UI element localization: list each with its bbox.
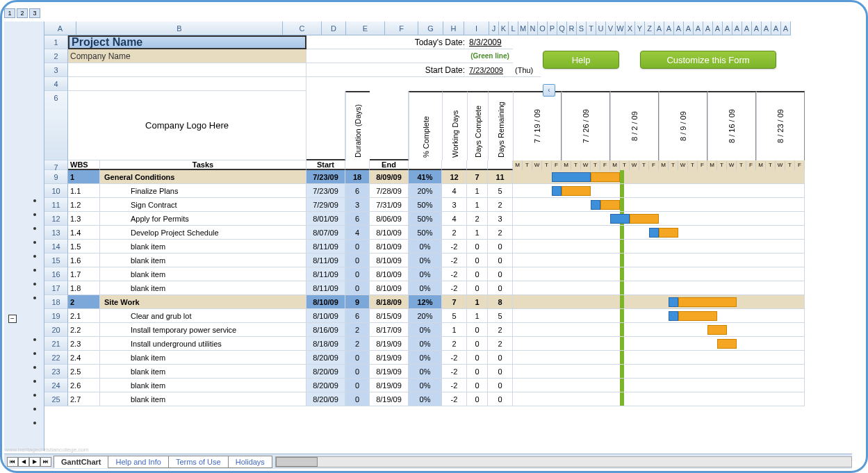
start-cell[interactable]: 8/11/09 bbox=[306, 254, 345, 267]
pct-cell[interactable]: 0% bbox=[409, 240, 442, 254]
dr-cell[interactable]: 5 bbox=[488, 184, 513, 198]
dur-cell[interactable]: 2 bbox=[345, 337, 370, 351]
dr-cell[interactable]: 2 bbox=[488, 198, 513, 212]
end-cell[interactable]: 8/18/09 bbox=[370, 295, 409, 309]
col-header-F[interactable]: F bbox=[385, 22, 418, 35]
end-cell[interactable]: 8/10/09 bbox=[370, 267, 409, 281]
tab-help-info[interactable]: Help and Info bbox=[108, 456, 168, 468]
wbs-cell[interactable]: 2.4 bbox=[68, 351, 100, 365]
start-cell[interactable]: 8/11/09 bbox=[306, 267, 345, 281]
dur-cell[interactable]: 9 bbox=[345, 295, 370, 309]
wbs-cell[interactable]: 2.6 bbox=[68, 379, 100, 392]
pct-cell[interactable]: 12% bbox=[409, 295, 442, 309]
start-date-label[interactable]: Start Date: bbox=[409, 63, 467, 77]
row-header-25[interactable]: 25 bbox=[44, 392, 68, 406]
dc-cell[interactable]: 7 bbox=[467, 170, 488, 184]
end-cell[interactable]: 8/06/09 bbox=[370, 212, 409, 226]
col-header-A[interactable]: A bbox=[723, 22, 732, 35]
today-date-value[interactable]: 8/3/2009 bbox=[467, 35, 513, 49]
end-cell[interactable]: 8/10/09 bbox=[370, 254, 409, 267]
wd-cell[interactable]: -2 bbox=[442, 365, 467, 379]
dr-cell[interactable]: 3 bbox=[488, 212, 513, 226]
end-cell[interactable]: 8/10/09 bbox=[370, 281, 409, 295]
col-header-X[interactable]: X bbox=[625, 22, 635, 35]
dc-cell[interactable]: 0 bbox=[467, 379, 488, 392]
dur-cell[interactable]: 0 bbox=[345, 267, 370, 281]
dr-cell[interactable]: 2 bbox=[488, 337, 513, 351]
col-header-A[interactable]: A bbox=[694, 22, 703, 35]
task-name-cell[interactable]: blank item bbox=[100, 240, 306, 254]
col-header-A[interactable]: A bbox=[732, 22, 742, 35]
start-cell[interactable]: 8/18/09 bbox=[306, 337, 345, 351]
pct-cell[interactable]: 0% bbox=[409, 351, 442, 365]
wd-cell[interactable]: 7 bbox=[442, 295, 467, 309]
col-header-S[interactable]: S bbox=[577, 22, 587, 35]
tab-terms[interactable]: Terms of Use bbox=[168, 456, 229, 468]
task-name-cell[interactable]: Develop Project Schedule bbox=[100, 226, 306, 240]
pct-cell[interactable]: 0% bbox=[409, 267, 442, 281]
tab-first-button[interactable]: ⏮ bbox=[7, 457, 18, 467]
col-header-A[interactable]: A bbox=[674, 22, 684, 35]
dr-cell[interactable]: 2 bbox=[488, 226, 513, 240]
col-header-O[interactable]: O bbox=[538, 22, 548, 35]
task-name-cell[interactable]: Finalize Plans bbox=[100, 184, 306, 198]
col-header-Q[interactable]: Q bbox=[557, 22, 567, 35]
wbs-cell[interactable]: 1.3 bbox=[68, 212, 100, 226]
wd-cell[interactable]: 1 bbox=[442, 323, 467, 337]
gantt-cell[interactable] bbox=[513, 240, 805, 254]
dur-cell[interactable]: 0 bbox=[345, 240, 370, 254]
col-header-J[interactable]: J bbox=[489, 22, 499, 35]
dr-cell[interactable]: 0 bbox=[488, 254, 513, 267]
wd-cell[interactable]: -2 bbox=[442, 281, 467, 295]
row-header-10[interactable]: 10 bbox=[44, 184, 68, 198]
task-name-cell[interactable]: blank item bbox=[100, 281, 306, 295]
dc-cell[interactable]: 0 bbox=[467, 281, 488, 295]
tab-ganttchart[interactable]: GanttChart bbox=[54, 456, 108, 468]
col-header-H[interactable]: H bbox=[443, 22, 464, 35]
start-cell[interactable]: 8/16/09 bbox=[306, 323, 345, 337]
end-cell[interactable]: 7/28/09 bbox=[370, 184, 409, 198]
start-date-value[interactable]: 7/23/2009 bbox=[467, 63, 513, 77]
pct-cell[interactable]: 0% bbox=[409, 337, 442, 351]
wd-cell[interactable]: -2 bbox=[442, 379, 467, 392]
end-cell[interactable]: 8/17/09 bbox=[370, 323, 409, 337]
start-cell[interactable]: 8/01/09 bbox=[306, 212, 345, 226]
pct-cell[interactable]: 0% bbox=[409, 254, 442, 267]
row-header-3[interactable]: 3 bbox=[44, 63, 68, 77]
col-header-D[interactable]: D bbox=[322, 22, 346, 35]
start-cell[interactable]: 7/23/09 bbox=[306, 184, 345, 198]
wd-cell[interactable]: 4 bbox=[442, 184, 467, 198]
end-cell[interactable]: 8/19/09 bbox=[370, 379, 409, 392]
dc-cell[interactable]: 0 bbox=[467, 365, 488, 379]
dur-cell[interactable]: 18 bbox=[345, 170, 370, 184]
wbs-cell[interactable]: 1 bbox=[68, 170, 100, 184]
gantt-cell[interactable] bbox=[513, 323, 805, 337]
wbs-cell[interactable]: 1.6 bbox=[68, 254, 100, 267]
dr-cell[interactable]: 0 bbox=[488, 365, 513, 379]
dc-cell[interactable]: 1 bbox=[467, 226, 488, 240]
wbs-cell[interactable]: 2.5 bbox=[68, 365, 100, 379]
customize-button[interactable]: Customize this Form bbox=[640, 51, 776, 69]
start-cell[interactable]: 8/20/09 bbox=[306, 365, 345, 379]
wd-cell[interactable]: 12 bbox=[442, 170, 467, 184]
outline-level-3[interactable]: 3 bbox=[29, 8, 40, 18]
row-header-16[interactable]: 16 bbox=[44, 267, 68, 281]
start-cell[interactable]: 8/20/09 bbox=[306, 351, 345, 365]
gantt-cell[interactable] bbox=[513, 351, 805, 365]
row-header-19[interactable]: 19 bbox=[44, 309, 68, 323]
pct-cell[interactable]: 0% bbox=[409, 365, 442, 379]
row-header-11[interactable]: 11 bbox=[44, 198, 68, 212]
wbs-cell[interactable]: 1.2 bbox=[68, 198, 100, 212]
outline-level-2[interactable]: 2 bbox=[17, 8, 28, 18]
start-cell[interactable]: 8/07/09 bbox=[306, 226, 345, 240]
tab-holidays[interactable]: Holidays bbox=[228, 456, 272, 468]
col-header-W[interactable]: W bbox=[616, 22, 625, 35]
dur-cell[interactable]: 0 bbox=[345, 351, 370, 365]
task-name-cell[interactable]: Site Work bbox=[100, 295, 306, 309]
gantt-cell[interactable] bbox=[513, 295, 805, 309]
col-header-Z[interactable]: Z bbox=[645, 22, 655, 35]
col-header-A[interactable]: A bbox=[762, 22, 771, 35]
col-header-A[interactable]: A bbox=[752, 22, 762, 35]
wbs-cell[interactable]: 1.4 bbox=[68, 226, 100, 240]
horizontal-scrollbar[interactable] bbox=[275, 456, 852, 467]
